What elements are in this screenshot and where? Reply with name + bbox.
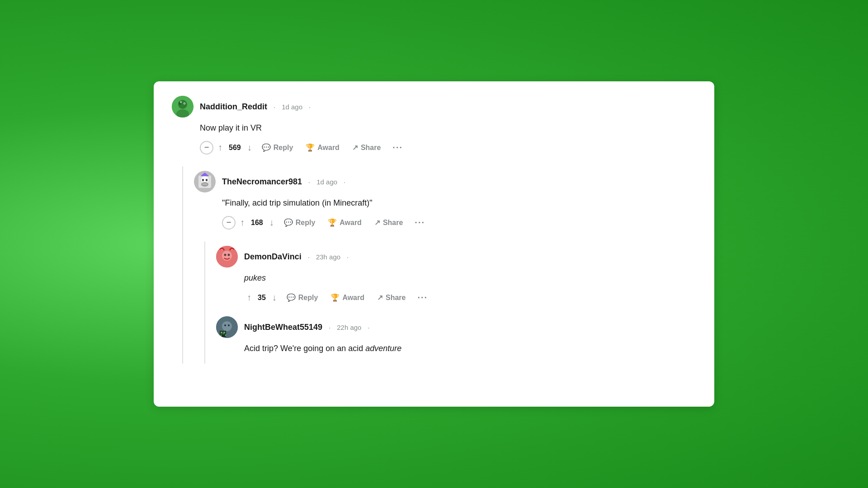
comment-4-timestamp: 22h ago (337, 324, 361, 331)
thread-line-1 (182, 166, 183, 364)
avatar-necro (194, 171, 216, 192)
svg-rect-14 (203, 183, 207, 185)
comment-3-actions: ↑ 35 ↓ 💬 Reply 🏆 Award (244, 290, 696, 305)
award-icon: 🏆 (306, 143, 315, 152)
comment-1-timestamp: 1d ago (282, 103, 302, 111)
comment-4-header: NightBeWheat55149 · 22h ago · (216, 316, 696, 338)
vote-section-3: ↑ 35 ↓ (244, 290, 279, 305)
reply-button-2[interactable]: 💬 Reply (278, 216, 321, 230)
award-icon-3: 🏆 (330, 293, 340, 302)
award-icon-2: 🏆 (328, 218, 337, 227)
more-button-2[interactable]: ··· (410, 215, 429, 230)
share-icon-2: ↗ (374, 218, 380, 227)
thread-level-1: TheNecromancer981 · 1d ago · "Finally, a… (172, 166, 696, 364)
share-icon-3: ↗ (377, 293, 383, 302)
share-button-2[interactable]: ↗ Share (369, 216, 408, 230)
comment-1-header: Naddition_Reddit · 1d ago · (172, 96, 696, 117)
comment-1: Naddition_Reddit · 1d ago · Now play it … (172, 96, 696, 163)
reply-button[interactable]: 💬 Reply (256, 141, 299, 155)
vote-count-3: 35 (258, 294, 266, 302)
comment-4-username: NightBeWheat55149 (244, 323, 322, 332)
comment-1-username: Naddition_Reddit (200, 102, 267, 112)
thread-content-2: DemonDaVinci · 23h ago · pukes ↑ (216, 241, 696, 364)
svg-rect-11 (202, 179, 204, 181)
award-button-3[interactable]: 🏆 Award (325, 291, 370, 305)
comment-2-username: TheNecromancer981 (222, 177, 302, 187)
comment-1-actions: − ↑ 569 ↓ 💬 Reply 🏆 Award ↗ Share (200, 140, 696, 155)
svg-point-23 (228, 324, 230, 326)
comment-1-body: Now play it in VR (200, 122, 696, 134)
thread-content-1: TheNecromancer981 · 1d ago · "Finally, a… (194, 166, 696, 364)
comment-2-actions: − ↑ 168 ↓ 💬 Reply 🏆 Award (222, 215, 696, 230)
vote-count: 569 (229, 144, 241, 152)
comment-4: NightBeWheat55149 · 22h ago · Acid trip?… (216, 316, 696, 360)
vote-count-2: 168 (251, 219, 263, 227)
comment-3-body: pukes (244, 272, 696, 284)
svg-rect-27 (221, 334, 222, 336)
vote-section: ↑ 569 ↓ (215, 140, 255, 155)
thread-level-2: DemonDaVinci · 23h ago · pukes ↑ (194, 241, 696, 364)
downvote-button-3[interactable]: ↓ (269, 290, 279, 305)
comment-3: DemonDaVinci · 23h ago · pukes ↑ (216, 246, 696, 313)
svg-point-22 (224, 324, 226, 326)
share-button[interactable]: ↗ Share (347, 141, 386, 155)
comment-3-timestamp: 23h ago (316, 253, 340, 261)
svg-rect-28 (222, 333, 224, 334)
comment-2-timestamp: 1d ago (316, 178, 337, 186)
svg-rect-12 (206, 179, 208, 181)
svg-point-6 (184, 103, 185, 104)
reply-icon-3: 💬 (287, 293, 296, 302)
vote-section-2: ↑ 168 ↓ (237, 215, 277, 230)
comment-4-body: Acid trip? We're going on an acid advent… (244, 343, 696, 355)
comment-thread-card: Naddition_Reddit · 1d ago · Now play it … (154, 81, 714, 407)
comment-3-username: DemonDaVinci (244, 252, 302, 262)
comment-2-body: "Finally, acid trip simulation (in Minec… (222, 197, 696, 209)
share-icon: ↗ (352, 143, 358, 152)
award-button[interactable]: 🏆 Award (300, 141, 345, 155)
downvote-button-2[interactable]: ↓ (267, 215, 277, 230)
svg-rect-26 (223, 332, 225, 333)
collapse-button-2[interactable]: − (222, 216, 236, 230)
avatar-demon (216, 246, 238, 267)
collapse-button[interactable]: − (200, 141, 213, 155)
svg-point-19 (228, 254, 230, 256)
thread-line-2 (204, 241, 205, 364)
more-button[interactable]: ··· (388, 140, 407, 155)
reply-icon-2: 💬 (284, 218, 293, 227)
upvote-button-2[interactable]: ↑ (237, 215, 247, 230)
comment-3-header: DemonDaVinci · 23h ago · (216, 246, 696, 267)
upvote-button[interactable]: ↑ (215, 140, 225, 155)
svg-rect-29 (225, 334, 226, 336)
more-button-3[interactable]: ··· (413, 290, 432, 305)
avatar-night (216, 316, 238, 338)
award-button-2[interactable]: 🏆 Award (322, 216, 367, 230)
comment-2-header: TheNecromancer981 · 1d ago · (194, 171, 696, 192)
avatar (172, 96, 193, 117)
reply-button-3[interactable]: 💬 Reply (281, 291, 324, 305)
svg-point-5 (180, 102, 181, 103)
downvote-button[interactable]: ↓ (245, 140, 255, 155)
reply-icon: 💬 (262, 143, 271, 152)
svg-point-18 (224, 254, 226, 256)
upvote-button-3[interactable]: ↑ (244, 290, 254, 305)
svg-rect-25 (221, 332, 222, 333)
svg-point-21 (222, 321, 232, 331)
comment-2: TheNecromancer981 · 1d ago · "Finally, a… (194, 171, 696, 238)
share-button-3[interactable]: ↗ Share (372, 291, 411, 305)
